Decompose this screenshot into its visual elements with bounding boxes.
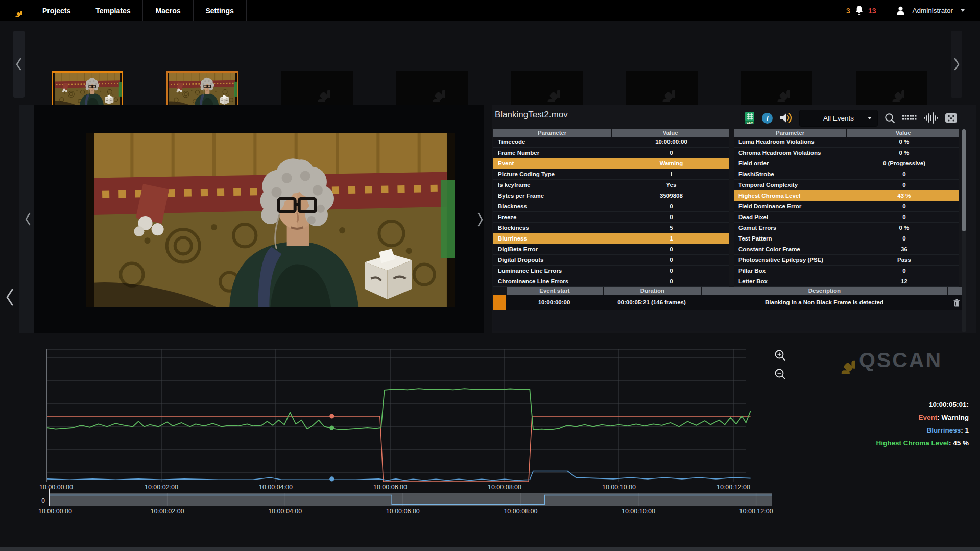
warning-count-badge: 3 (846, 7, 850, 15)
param-row[interactable]: Field order0 (Progressive) (734, 158, 959, 169)
audio-icon[interactable] (779, 112, 793, 124)
csv-export-icon[interactable]: CSV (744, 111, 755, 125)
event-description: Blanking in a Non Black Frame is detecte… (701, 295, 948, 310)
param-row[interactable]: Highest Chroma Level43 % (734, 190, 959, 201)
readout-line: Highest Chroma Level: 45 % (876, 437, 969, 449)
video-frame (86, 133, 455, 307)
svg-text:0: 0 (41, 497, 45, 505)
timeline-ticks-icon[interactable] (902, 114, 917, 122)
param-row[interactable]: Blockiness5 (493, 223, 729, 233)
param-row[interactable]: Blackness0 (493, 201, 729, 212)
filmstrip-thumbnail-3[interactable] (281, 71, 353, 107)
filmstrip-thumbnail-4[interactable] (396, 71, 468, 107)
grain-icon[interactable] (945, 113, 958, 123)
param-name: Blurriness (493, 233, 614, 244)
param-value: 3509808 (614, 190, 729, 201)
filmstrip-next-button[interactable] (951, 31, 962, 98)
nav-divider (886, 4, 886, 17)
timeline-navigator[interactable]: 010:00:00:0010:00:02:0010:00:04:0010:00:… (31, 486, 786, 516)
param-row[interactable]: Bytes per Frame3509808 (493, 190, 729, 201)
param-row[interactable]: Frame Number0 (493, 148, 729, 158)
param-row[interactable]: Temporal Complexity0 (734, 180, 959, 190)
param-name: Highest Chroma Level (734, 190, 849, 201)
filmstrip-thumbnail-1[interactable] (52, 71, 123, 107)
param-value: 0 (614, 244, 729, 254)
chevron-down-icon (961, 9, 965, 12)
param-row[interactable]: Luma Headroom Violations0 % (734, 137, 959, 148)
nav-item-templates[interactable]: Templates (83, 0, 143, 21)
filmstrip-thumbnail-5[interactable] (511, 71, 583, 107)
param-name: Blockiness (493, 223, 614, 233)
filmstrip-thumbnail-8[interactable] (856, 71, 927, 107)
param-name: Dead Pixel (734, 212, 849, 222)
zoom-in-button[interactable] (773, 348, 787, 363)
horizontal-scrollbar[interactable] (0, 547, 980, 551)
flower-watermark-icon (649, 77, 675, 102)
param-row[interactable]: Blurriness1 (493, 233, 729, 244)
param-row[interactable]: Gamut Errors0 % (734, 223, 959, 233)
param-row[interactable]: DigiBeta Error0 (493, 244, 729, 255)
param-row[interactable]: Chroma Headroom Violations0 % (734, 148, 959, 158)
waveform-icon[interactable] (923, 112, 939, 124)
param-row[interactable]: Photosensitive Epilepsy (PSE)Pass (734, 255, 959, 266)
readout-value: : 45 % (949, 439, 969, 447)
param-row[interactable]: EventWarning (493, 158, 729, 169)
param-row[interactable]: Freeze0 (493, 212, 729, 223)
param-name: Chrominance Line Errors (493, 276, 614, 286)
qscan-app: ProjectsTemplatesMacrosSettings 3 13 Adm… (0, 0, 980, 551)
param-row[interactable]: Dead Pixel0 (734, 212, 959, 223)
param-row[interactable]: Picture Coding TypeI (493, 169, 729, 180)
user-menu-label[interactable]: Administrator (912, 7, 953, 14)
collapse-panel-button[interactable] (2, 285, 17, 309)
events-table-empty-area (493, 310, 966, 331)
param-row[interactable]: Constant Color Frame36 (734, 244, 959, 255)
info-icon[interactable]: i (761, 112, 773, 124)
bell-icon[interactable] (855, 5, 864, 16)
param-name: Field order (734, 158, 849, 169)
param-value: 0 (614, 212, 729, 222)
parameters-table-left: ParameterValueTimecode10:00:00:00Frame N… (493, 129, 729, 287)
filmstrip-thumbnail-6[interactable] (626, 71, 698, 107)
param-row[interactable]: Chrominance Line Errors0 (493, 276, 729, 287)
readout-label: Blurriness (926, 426, 961, 434)
param-row[interactable]: Luminance Line Errors0 (493, 266, 729, 276)
param-value: 10:00:00:00 (614, 137, 729, 147)
inspector-scrollbar[interactable] (962, 129, 966, 332)
param-row[interactable]: Pillar Box0 (734, 266, 959, 276)
nav-item-projects[interactable]: Projects (30, 0, 83, 21)
param-row[interactable]: Test Pattern0 (734, 233, 959, 244)
zoom-out-button[interactable] (773, 367, 787, 381)
param-row[interactable]: Letter Box12 (734, 276, 959, 287)
filmstrip-prev-button[interactable] (13, 31, 25, 98)
search-icon[interactable] (884, 112, 896, 124)
events-filter-value: All Events (823, 114, 854, 122)
param-name: Temporal Complexity (734, 180, 849, 190)
param-row[interactable]: Timecode10:00:00:00 (493, 137, 729, 148)
user-avatar-icon[interactable] (896, 6, 905, 15)
param-value: 0 % (849, 223, 959, 233)
trash-icon (953, 299, 960, 307)
nav-item-settings[interactable]: Settings (194, 0, 247, 21)
filmstrip-thumbnail-7[interactable] (741, 71, 812, 107)
inspector-toolbar: CSV i All Events (744, 108, 958, 128)
param-row[interactable]: Field Dominance Error0 (734, 201, 959, 212)
player-next-frame-button[interactable] (472, 208, 488, 231)
filmstrip-thumbnail-2[interactable] (166, 71, 238, 107)
scrollbar-thumb[interactable] (962, 129, 966, 231)
flower-watermark-icon (304, 77, 330, 102)
param-row[interactable]: Digital Dropouts0 (493, 255, 729, 266)
param-value: 0 (614, 148, 729, 158)
param-name: Event (493, 158, 614, 169)
app-logo-flower-icon (8, 4, 22, 17)
param-name: Photosensitive Epilepsy (PSE) (734, 255, 849, 265)
param-value: 0 (849, 180, 959, 190)
events-filter-select[interactable]: All Events (799, 110, 878, 127)
param-row[interactable]: Is keyframeYes (493, 180, 729, 190)
param-value: 0 % (849, 148, 959, 158)
event-row[interactable]: 10:00:00:0000:00:05:21 (146 frames)Blank… (493, 295, 966, 310)
param-row[interactable]: Flash/Strobe0 (734, 169, 959, 180)
app-logo[interactable] (0, 0, 30, 21)
svg-text:10:00:00:00: 10:00:00:00 (38, 508, 72, 515)
nav-item-macros[interactable]: Macros (143, 0, 193, 21)
param-value: 0 (614, 276, 729, 286)
